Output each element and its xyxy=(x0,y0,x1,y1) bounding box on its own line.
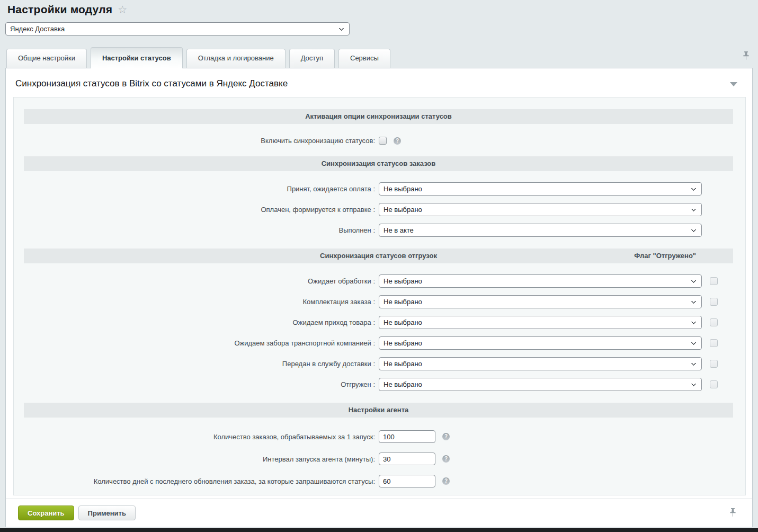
order-status-completed-select[interactable]: Не в акте xyxy=(379,224,702,237)
chevron-down-icon xyxy=(691,207,697,212)
shipment-status-awaiting-pickup-select[interactable]: Не выбрано xyxy=(379,336,702,350)
shipment-status-pending-select[interactable]: Не выбрано xyxy=(379,274,702,288)
row-label: Передан в службу доставки : xyxy=(14,360,375,368)
agent-row: Количество дней с последнего обновления … xyxy=(14,475,745,487)
tab-services[interactable]: Сервисы xyxy=(338,49,390,68)
shipped-flag-column-header: Флаг "Отгружено" xyxy=(634,249,696,263)
order-status-paid-select[interactable]: Не выбрано xyxy=(379,203,702,216)
pin-icon[interactable] xyxy=(729,508,736,519)
row-label: Ожидаем забора транспортной компанией : xyxy=(14,339,375,347)
group-header-shipments: Синхронизация статусов отгрузок Флаг "От… xyxy=(24,249,733,263)
tab-general-settings[interactable]: Общие настройки xyxy=(6,49,87,68)
sync-enable-row: Включить синхронизацию статусов: ? xyxy=(14,137,745,145)
group-header-agent: Настройки агента xyxy=(24,403,733,418)
shipment-status-handed-over-select[interactable]: Не выбрано xyxy=(379,357,702,370)
shipped-flag-checkbox[interactable] xyxy=(710,318,718,326)
chevron-down-icon xyxy=(691,361,697,366)
help-icon[interactable]: ? xyxy=(394,137,401,145)
sync-enable-label: Включить синхронизацию статусов: xyxy=(14,137,375,145)
row-label: Количество дней с последнего обновления … xyxy=(14,477,375,485)
chevron-down-icon xyxy=(691,227,697,233)
select-value: Не выбрано xyxy=(384,185,422,193)
pin-icon[interactable] xyxy=(743,51,750,63)
row-label: Ожидает обработки : xyxy=(14,277,375,285)
sync-enable-checkbox[interactable] xyxy=(379,137,387,145)
row-label: Комплектация заказа : xyxy=(14,298,375,306)
shipment-status-awaiting-goods-select[interactable]: Не выбрано xyxy=(379,316,702,329)
chevron-down-icon xyxy=(691,340,697,345)
favorite-star-icon[interactable]: ☆ xyxy=(118,4,127,15)
shipped-flag-checkbox[interactable] xyxy=(710,339,718,347)
section-collapse-icon[interactable] xyxy=(730,82,737,86)
shipment-status-row: Комплектация заказа : Не выбрано xyxy=(14,295,745,308)
shipment-status-row: Ожидаем забора транспортной компанией : … xyxy=(14,336,745,350)
row-label: Выполнен : xyxy=(14,226,375,234)
module-selector-value: Яндекс Доставка xyxy=(10,25,65,33)
order-status-accepted-select[interactable]: Не выбрано xyxy=(379,182,702,196)
agent-row: Количество заказов, обрабатываемых за 1 … xyxy=(14,430,745,443)
chevron-down-icon xyxy=(691,320,697,325)
group-header-orders: Синхронизация статусов заказов xyxy=(24,156,733,171)
order-status-row: Принят, ожидается оплата : Не выбрано xyxy=(14,182,745,196)
shipped-flag-checkbox[interactable] xyxy=(710,380,718,388)
buttons-panel: Сохранить Применить xyxy=(5,499,753,527)
module-selector-select[interactable]: Яндекс Доставка xyxy=(5,22,350,36)
form-body: Активация опции синхронизации статусов В… xyxy=(13,97,746,495)
tab-status-settings[interactable]: Настройки статусов xyxy=(91,47,183,68)
chevron-down-icon xyxy=(691,278,697,283)
section-head: Синхронизация статусов в Bitrix со стату… xyxy=(6,68,752,97)
chevron-down-icon xyxy=(691,299,697,304)
chevron-down-icon xyxy=(691,382,697,387)
chevron-down-icon xyxy=(691,186,697,191)
select-value: Не выбрано xyxy=(384,277,422,285)
group-header-activation: Активация опции синхронизации статусов xyxy=(24,109,733,124)
row-label: Количество заказов, обрабатываемых за 1 … xyxy=(14,433,375,441)
tab-access[interactable]: Доступ xyxy=(289,49,335,68)
shipment-status-row: Ожидаем приход товара : Не выбрано xyxy=(14,316,745,329)
shipment-status-row: Ожидает обработки : Не выбрано xyxy=(14,274,745,288)
row-label: Ожидаем приход товара : xyxy=(14,318,375,326)
select-value: Не выбрано xyxy=(384,206,422,214)
shipment-status-row: Передан в службу доставки : Не выбрано xyxy=(14,357,745,370)
shipped-flag-checkbox[interactable] xyxy=(710,298,718,306)
shipped-flag-checkbox[interactable] xyxy=(710,277,718,285)
select-value: Не выбрано xyxy=(384,360,422,368)
shipment-status-row: Отгружен : Не выбрано xyxy=(14,378,745,391)
agent-row: Интервал запуска агента (минуты): ? xyxy=(14,453,745,465)
save-button[interactable]: Сохранить xyxy=(18,506,74,520)
shipment-status-picking-select[interactable]: Не выбрано xyxy=(379,295,702,308)
row-label: Интервал запуска агента (минуты): xyxy=(14,455,375,463)
order-status-row: Выполнен : Не в акте xyxy=(14,224,745,237)
help-icon[interactable]: ? xyxy=(442,433,450,440)
help-icon[interactable]: ? xyxy=(442,455,450,463)
order-status-row: Оплачен, формируется к отправке : Не выб… xyxy=(14,203,745,216)
settings-panel: Синхронизация статусов в Bitrix со стату… xyxy=(5,68,753,499)
row-label: Оплачен, формируется к отправке : xyxy=(14,206,375,214)
section-title: Синхронизация статусов в Bitrix со стату… xyxy=(15,78,288,88)
page-title: Настройки модуля xyxy=(7,3,112,16)
shipment-status-shipped-select[interactable]: Не выбрано xyxy=(379,378,702,391)
row-label: Принят, ожидается оплата : xyxy=(14,185,375,193)
days-since-update-input[interactable] xyxy=(379,475,435,487)
tabs-row: Общие настройки Настройки статусов Отлад… xyxy=(0,47,758,68)
chevron-down-icon xyxy=(339,26,344,31)
page-header: Настройки модуля ☆ xyxy=(0,0,758,16)
agent-interval-input[interactable] xyxy=(379,453,435,465)
select-value: Не выбрано xyxy=(384,380,422,388)
select-value: Не выбрано xyxy=(384,318,422,326)
orders-per-run-input[interactable] xyxy=(379,430,435,443)
tab-debug-logging[interactable]: Отладка и логирование xyxy=(186,49,286,68)
select-value: Не выбрано xyxy=(384,298,422,306)
group-header-shipments-title: Синхронизация статусов отгрузок xyxy=(320,252,437,260)
select-value: Не выбрано xyxy=(384,339,422,347)
apply-button[interactable]: Применить xyxy=(78,506,136,520)
select-value: Не в акте xyxy=(384,226,414,234)
shipped-flag-checkbox[interactable] xyxy=(710,360,718,368)
bottom-strip xyxy=(0,528,758,532)
row-label: Отгружен : xyxy=(14,380,375,388)
help-icon[interactable]: ? xyxy=(442,477,450,485)
